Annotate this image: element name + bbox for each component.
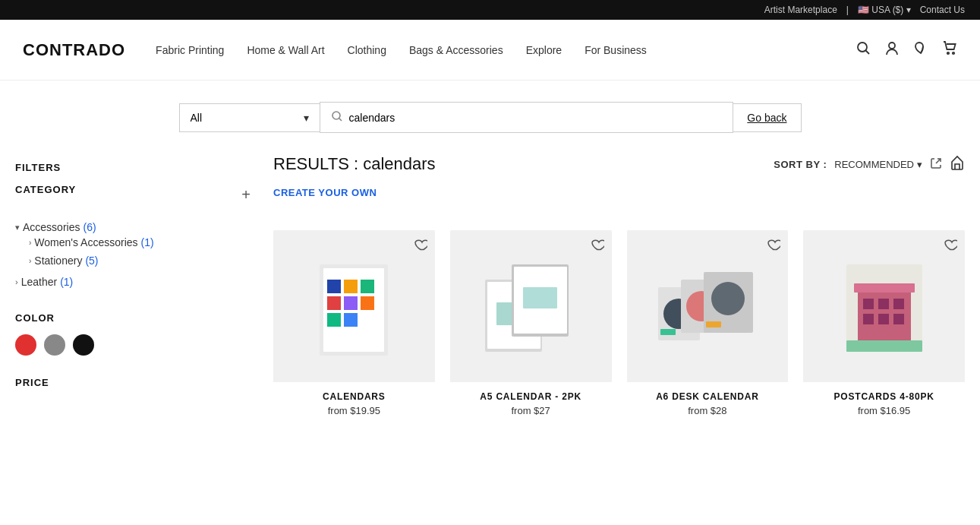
currency-selector[interactable]: 🇺🇸 USA ($) ▾	[858, 5, 911, 15]
search-magnifier-icon	[331, 110, 343, 125]
wishlist-icon[interactable]	[913, 40, 928, 59]
product-card-postcards[interactable]: POSTCARDS 4-80PK from $16.95	[803, 230, 965, 422]
nav-item-explore[interactable]: Explore	[526, 44, 562, 56]
womens-accessories-chevron-icon: ›	[29, 239, 31, 247]
sort-link-icon[interactable]	[930, 157, 942, 172]
select-chevron-icon: ▾	[304, 112, 309, 124]
color-swatches	[15, 334, 251, 356]
price-section: PRICE	[15, 377, 251, 388]
sort-home-icon[interactable]	[950, 155, 965, 174]
wishlist-button-a6-desk-calendar[interactable]	[767, 238, 780, 255]
search-input[interactable]	[349, 112, 723, 124]
product-price-calendars: from $19.95	[279, 405, 429, 416]
category-leather[interactable]: › Leather (1)	[15, 273, 251, 291]
color-swatch-gray[interactable]	[44, 334, 65, 356]
main-layout: FILTERS CATEGORY + ▾ Accessories (6) › W…	[0, 154, 980, 453]
category-title: CATEGORY	[15, 184, 76, 195]
accessories-chevron-icon: ▾	[15, 223, 20, 232]
nav-item-for-business[interactable]: For Business	[585, 44, 647, 56]
svg-rect-41	[854, 283, 915, 293]
color-title: COLOR	[15, 312, 251, 324]
flag-icon: 🇺🇸	[858, 5, 869, 15]
product-info-a6-desk-calendar: A6 DESK CALENDAR from $28	[627, 382, 789, 422]
category-womens-accessories[interactable]: › Women's Accessories (1)	[29, 233, 251, 251]
product-card-a5-calendar[interactable]: A5 CALENDAR - 2PK from $27	[450, 230, 612, 422]
category-expand-icon[interactable]: +	[241, 186, 251, 204]
sort-chevron-icon: ▾	[917, 159, 922, 170]
category-section-header: CATEGORY +	[15, 184, 251, 206]
stationery-count: (5)	[85, 255, 98, 267]
wishlist-button-postcards[interactable]	[944, 238, 957, 255]
site-header: CONTRADO Fabric Printing Home & Wall Art…	[0, 20, 980, 81]
svg-point-29	[711, 282, 745, 315]
create-your-own-link[interactable]: CREATE YOUR OWN	[273, 187, 377, 198]
price-title: PRICE	[15, 377, 251, 388]
search-input-wrapper	[320, 102, 734, 133]
results-title: RESULTS : calendars	[273, 154, 436, 174]
product-price-a5-calendar: from $27	[456, 405, 606, 416]
product-info-a5-calendar: A5 CALENDAR - 2PK from $27	[450, 382, 612, 422]
product-name-a5-calendar: A5 CALENDAR - 2PK	[456, 391, 606, 402]
search-category-select[interactable]: All Fabric Printing Home & Wall Art Clot…	[191, 112, 298, 124]
results-header: RESULTS : calendars SORT BY : RECOMMENDE…	[273, 154, 965, 174]
search-section: All Fabric Printing Home & Wall Art Clot…	[0, 81, 980, 154]
filters-title: FILTERS	[15, 162, 251, 173]
product-name-postcards: POSTCARDS 4-80PK	[809, 391, 959, 402]
product-name-calendars: CALENDARS	[279, 391, 429, 402]
contact-us-link[interactable]: Contact Us	[920, 5, 965, 15]
product-card-a6-desk-calendar[interactable]: A6 DESK CALENDAR from $28	[627, 230, 789, 422]
svg-point-2	[889, 43, 895, 49]
nav-item-fabric-printing[interactable]: Fabric Printing	[156, 44, 224, 56]
product-grid: CALENDARS from $19.95	[273, 230, 965, 422]
accessories-label: Accessories	[23, 221, 80, 233]
product-price-a6-desk-calendar: from $28	[633, 405, 783, 416]
header-icons	[856, 40, 957, 59]
nav-item-home-wall-art[interactable]: Home & Wall Art	[247, 44, 324, 56]
nav-item-bags-accessories[interactable]: Bags & Accessories	[409, 44, 503, 56]
svg-point-0	[858, 43, 867, 52]
color-swatch-red[interactable]	[15, 334, 36, 356]
artist-marketplace-link[interactable]: Artist Marketplace	[764, 5, 837, 15]
wishlist-button-calendars[interactable]	[414, 238, 427, 255]
cart-icon[interactable]	[942, 40, 957, 59]
svg-rect-10	[327, 280, 341, 293]
svg-rect-37	[893, 299, 904, 309]
product-image-a5-calendar	[450, 230, 612, 382]
svg-rect-16	[327, 313, 341, 327]
stationery-chevron-icon: ›	[29, 257, 31, 265]
go-back-button[interactable]: Go back	[733, 103, 801, 132]
category-stationery[interactable]: › Stationery (5)	[29, 251, 251, 270]
sort-bar: SORT BY : RECOMMENDED ▾	[774, 155, 965, 174]
color-swatch-black[interactable]	[73, 334, 94, 356]
nav-item-clothing[interactable]: Clothing	[348, 44, 386, 56]
account-icon[interactable]	[884, 40, 900, 59]
product-image-postcards	[803, 230, 965, 382]
svg-rect-13	[327, 296, 341, 310]
leather-label: Leather	[21, 276, 57, 288]
leather-count: (1)	[60, 276, 73, 288]
color-section: COLOR	[15, 312, 251, 356]
category-tree: ▾ Accessories (6) › Women's Accessories …	[15, 218, 251, 291]
top-bar-divider: |	[846, 5, 849, 15]
product-info-calendars: CALENDARS from $19.95	[273, 382, 435, 422]
wishlist-button-a5-calendar[interactable]	[591, 238, 604, 255]
category-accessories[interactable]: ▾ Accessories (6) › Women's Accessories …	[15, 218, 251, 273]
accessories-count: (6)	[83, 221, 96, 233]
womens-accessories-label: Women's Accessories	[34, 236, 137, 248]
svg-line-1	[866, 51, 870, 55]
svg-rect-36	[878, 299, 889, 309]
sort-value-button[interactable]: RECOMMENDED ▾	[834, 159, 922, 170]
product-card-calendars[interactable]: CALENDARS from $19.95	[273, 230, 435, 422]
results-area: RESULTS : calendars SORT BY : RECOMMENDE…	[273, 154, 965, 422]
product-image-a6-desk-calendar	[627, 230, 789, 382]
svg-rect-23	[523, 287, 557, 308]
search-category-wrapper[interactable]: All Fabric Printing Home & Wall Art Clot…	[179, 103, 320, 132]
svg-rect-39	[878, 314, 889, 324]
svg-point-3	[947, 52, 949, 54]
search-icon[interactable]	[856, 40, 871, 59]
svg-rect-31	[660, 329, 676, 335]
womens-accessories-count: (1)	[141, 236, 154, 248]
stationery-label: Stationery	[34, 255, 82, 267]
site-logo[interactable]: CONTRADO	[23, 40, 125, 60]
product-image-calendars	[273, 230, 435, 382]
